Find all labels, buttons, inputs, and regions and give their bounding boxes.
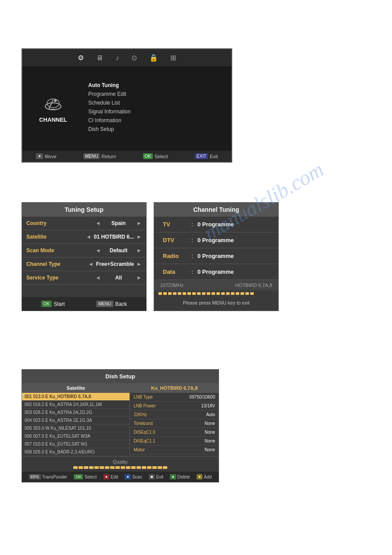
footer-move: ✦ Move <box>36 153 57 159</box>
ct-frequency: 10723MHz <box>160 283 183 288</box>
service-type-left-arrow[interactable]: ◄ <box>95 275 101 281</box>
tuning-row-scan-mode[interactable]: Scan Mode ◄ Default ► <box>22 244 146 258</box>
epg-icon: EPG <box>29 474 41 479</box>
menu-item-signal-info[interactable]: Signal Information <box>88 109 131 115</box>
satellite-list-item-002[interactable]: 002 019.2 E Ku_ASTRA 1H,1KR,1L,1M <box>22 401 129 409</box>
tuning-setup-panel: Tuning Setup Country ◄ Spain ► Satellite… <box>22 202 147 311</box>
satellite-right-arrow[interactable]: ► <box>137 234 142 240</box>
scan-mode-label: Scan Mode <box>26 247 66 254</box>
music-icon: ♪ <box>115 54 119 62</box>
country-value: Spain <box>103 220 134 226</box>
country-value-container: ◄ Spain ► <box>95 220 142 226</box>
channel-type-right-arrow[interactable]: ► <box>137 261 142 267</box>
spacer <box>22 285 146 294</box>
channel-type-value-container: ◄ Free+Scramble ► <box>88 261 142 267</box>
country-right-arrow[interactable]: ► <box>137 220 142 226</box>
satellite-left-arrow[interactable]: ◄ <box>86 234 91 240</box>
diseqc11-row: DiSEqC1.1 None <box>130 437 219 446</box>
transponder-button[interactable]: EPG TransPonder <box>29 474 67 479</box>
lnb-type-label: LNB Type <box>133 395 153 399</box>
ct-freq-row: 10723MHz HOTBIRD 6,7A,8 <box>154 280 278 290</box>
settings-icon: ⚙ <box>78 54 84 62</box>
radio-label: Radio <box>163 253 187 259</box>
service-type-right-arrow[interactable]: ► <box>137 275 142 281</box>
channel-menu-items: Auto Tuning Programme Edit Schedule List… <box>88 82 131 132</box>
lnb-type-row: LNB Type 09750/10600 <box>130 393 219 402</box>
quality-dots <box>26 466 214 469</box>
channel-type-label: Channel Type <box>26 261 66 267</box>
satellite-list-item-004[interactable]: 004 023.5 E Ku_ASTRA 1E,1G,3A <box>22 417 129 424</box>
edit-circle-icon: ● <box>104 474 109 479</box>
delete-button[interactable]: ● Delete <box>170 474 190 479</box>
lock-icon: 🔒 <box>149 54 158 62</box>
ok-icon: OK <box>143 153 153 159</box>
satellite-list-item-008[interactable]: 008 026.0 E Ku_BADR-2,3,4/EURO <box>22 448 129 456</box>
tuning-row-satellite[interactable]: Satellite ◄ 01 HOTBIRD 6... ► <box>22 230 146 244</box>
lnb-power-label: LNB Power <box>133 403 156 408</box>
tv-label: TV <box>163 221 187 228</box>
satellite-list-item-005[interactable]: 005 353.0 W Ku_NILESAT 101,10 <box>22 424 129 432</box>
ct-satellite-name: HOTBIRD 6,7A,8 <box>235 283 272 288</box>
menu-item-dish-setup[interactable]: Dish Setup <box>88 126 131 132</box>
satellite-list-panel: Satellite 001 013.0 E Ku_HOTBIRD 6,7A,8 … <box>22 383 130 456</box>
radio-value: 0 Programme <box>198 253 234 259</box>
diseqc11-label: DiSEqC1.1 <box>133 439 155 443</box>
satellite-dish-icon <box>42 91 64 113</box>
top-nav-bar: ⚙ 🖥 ♪ ⊙ 🔒 ⊞ <box>22 49 231 66</box>
satellite-list-item-006[interactable]: 006 007.0 E Ku_EUTELSAT W3A <box>22 432 129 440</box>
channel-type-left-arrow[interactable]: ◄ <box>88 261 94 267</box>
lnb-type-value: 09750/10600 <box>190 395 215 399</box>
channel-type-value: Free+Scramble <box>96 261 134 267</box>
satellite-properties-header: Ku_HOTBIRD 6,7A,8 <box>130 383 219 393</box>
satellite-value-container: ◄ 01 HOTBIRD 6... ► <box>86 234 142 240</box>
display-icon: 🖥 <box>96 54 103 62</box>
scan-mode-right-arrow[interactable]: ► <box>137 247 142 254</box>
menu-item-ci-info[interactable]: CI Information <box>88 117 131 123</box>
scan-mode-value: Default <box>103 247 134 254</box>
scan-button[interactable]: ● Scan <box>125 474 142 479</box>
exit-square-icon: ■ <box>149 474 155 479</box>
satellite-properties-panel: Ku_HOTBIRD 6,7A,8 LNB Type 09750/10600 L… <box>130 383 219 456</box>
satellite-list-item-001[interactable]: 001 013.0 E Ku_HOTBIRD 6,7A,8 <box>22 393 129 401</box>
tuning-setup-title: Tuning Setup <box>22 203 146 217</box>
menu-icon: MENU <box>83 153 100 159</box>
exit-button[interactable]: ■ Exit <box>149 474 163 479</box>
motor-row: Motor None <box>130 446 219 454</box>
add-circle-icon: ● <box>197 474 202 479</box>
svg-point-0 <box>45 103 61 110</box>
tuning-footer: OK Start MENU Back <box>22 297 146 311</box>
diseqc11-value: None <box>205 439 215 443</box>
tv-value: 0 Programme <box>198 221 234 228</box>
lnb-power-row: LNB Power 13/18V <box>130 402 219 410</box>
menu-item-schedule-list[interactable]: Schedule List <box>88 100 131 106</box>
ok-select-button[interactable]: OK Select <box>74 474 97 479</box>
back-button[interactable]: MENU Back <box>96 301 127 307</box>
scan-mode-value-container: ◄ Default ► <box>95 247 142 254</box>
ct-row-data: Data : 0 Programme <box>154 264 278 280</box>
country-label: Country <box>26 220 66 226</box>
menu-item-auto-tuning[interactable]: Auto Tuning <box>88 82 131 88</box>
tuning-row-country[interactable]: Country ◄ Spain ► <box>22 217 146 230</box>
channel-label: CHANNEL <box>39 116 67 123</box>
menu-item-programme-edit[interactable]: Programme Edit <box>88 91 131 97</box>
ok-start-icon: OK <box>41 301 52 307</box>
ct-exit-message: Please press MENU key to exit <box>154 297 278 309</box>
scan-mode-left-arrow[interactable]: ◄ <box>95 247 101 254</box>
tuning-row-service-type[interactable]: Service Type ◄ All ► <box>22 271 146 285</box>
country-left-arrow[interactable]: ◄ <box>95 220 101 226</box>
satellite-list-item-007[interactable]: 007 010.0 E Ku_EUTELSAT W1 <box>22 440 129 448</box>
edit-button[interactable]: ● Edit <box>104 474 119 479</box>
start-button[interactable]: OK Start <box>41 301 65 307</box>
move-icon: ✦ <box>36 153 43 159</box>
channel-screen: ⚙ 🖥 ♪ ⊙ 🔒 ⊞ CHANNEL Auto Tuning Programm… <box>22 48 232 163</box>
tuning-row-channel-type[interactable]: Channel Type ◄ Free+Scramble ► <box>22 258 146 271</box>
toneburst-value: None <box>205 421 215 426</box>
quality-section: Quality <box>22 456 219 472</box>
satellite-label: Satellite <box>26 234 66 240</box>
footer-return: MENU Return <box>83 153 116 159</box>
dish-footer: EPG TransPonder OK Select ● Edit ● Scan … <box>22 472 219 482</box>
dish-setup-body: Satellite 001 013.0 E Ku_HOTBIRD 6,7A,8 … <box>22 383 219 456</box>
delete-circle-icon: ● <box>170 474 176 479</box>
satellite-list-item-003[interactable]: 003 028.2 E Ku_ASTRA 2A,2D,2G <box>22 409 129 417</box>
add-button[interactable]: ● Add <box>197 474 212 479</box>
